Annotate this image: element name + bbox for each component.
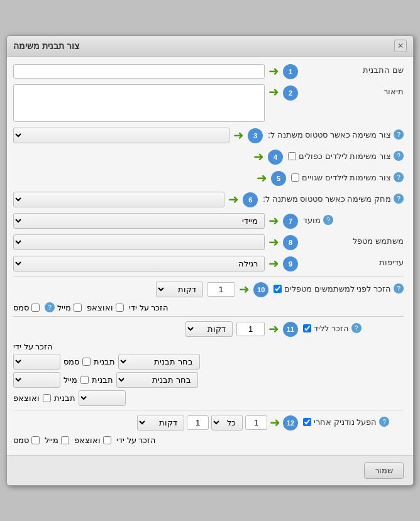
close-button[interactable]: ✕: [394, 40, 407, 52]
row-2: תיאור 2 ➜: [13, 84, 404, 122]
arrow-2: ➜: [268, 84, 279, 99]
row-num-1: 1: [283, 64, 298, 79]
child-mail-type-select[interactable]: [13, 372, 60, 388]
date-help[interactable]: ?: [323, 215, 333, 225]
row-1: שם התבנית 1 ➜: [13, 63, 404, 79]
row-3: ? צור משימה כאשר סטטוס משתנה ל: 3 ➜: [13, 127, 404, 143]
delete-status-select[interactable]: [13, 192, 224, 207]
main-window: ✕ צור תבנית משימה שם התבנית 1 ➜ תיאור 2 …: [6, 35, 414, 486]
remind-users-unit-select[interactable]: דקות: [156, 282, 203, 297]
status-change-help[interactable]: ?: [394, 129, 404, 140]
row-8: משתמש מטפל 8 ➜: [13, 234, 404, 250]
arrow-5: ➜: [257, 170, 267, 185]
nudge-count-input[interactable]: [245, 415, 267, 430]
child-whatsapp-check[interactable]: [43, 394, 51, 402]
last-nudge-check[interactable]: [303, 418, 311, 426]
child-sms-type-select[interactable]: [13, 354, 60, 370]
row-num-2: 2: [283, 85, 298, 101]
remind-users-minutes-input[interactable]: [207, 282, 235, 297]
assignee-select[interactable]: [13, 234, 265, 250]
arrow-7: ➜: [268, 213, 279, 228]
row-10: ? הזכר לפני למשתמשים מטפלים 10 ➜ דקות: [13, 281, 404, 297]
remind-whatsapp-check[interactable]: [116, 304, 124, 312]
remind-users-help[interactable]: ?: [394, 283, 404, 293]
arrow-9: ➜: [268, 256, 279, 271]
remind-mail-check[interactable]: [74, 304, 82, 312]
child-sms-check[interactable]: [82, 358, 91, 366]
name-label: שם התבנית: [303, 63, 404, 75]
remind-manual-label: הזכר על ידי: [129, 303, 169, 312]
remind-child-help[interactable]: ?: [351, 323, 362, 333]
row-12: ? הפעל נודניק אחרי 12 ➜ כל דקות 1: [13, 414, 404, 431]
child-mail-check[interactable]: [80, 376, 89, 384]
nudge-interval-input[interactable]: [187, 415, 209, 430]
title-bar: ✕ צור תבנית משימה: [7, 36, 413, 57]
arrow-12: ➜: [270, 415, 280, 430]
remind-users-check[interactable]: [274, 285, 282, 293]
delete-status-help[interactable]: ?: [394, 194, 404, 204]
child-tasks-diff-check[interactable]: [291, 173, 299, 182]
row-num-4: 4: [268, 150, 283, 165]
remind-users-label: ? הזכר לפני למשתמשים מטפלים: [274, 281, 404, 293]
child-sms-template-select[interactable]: בחר תבנית: [118, 354, 200, 370]
nudge-mail-label: מייל: [45, 436, 58, 445]
arrow-4: ➜: [253, 149, 264, 164]
nudge-sms-check[interactable]: [31, 436, 40, 444]
remind-sms-label: סמס: [13, 303, 29, 312]
row-num-5: 5: [271, 171, 286, 186]
row-num-9: 9: [283, 256, 298, 271]
child-whatsapp-type-select[interactable]: [79, 390, 126, 406]
remind-child-check[interactable]: [303, 324, 311, 332]
child-tasks-dup-label: ? צור משימות לילדים כפולים: [288, 148, 404, 161]
arrow-6: ➜: [228, 192, 239, 207]
row-num-12: 12: [283, 415, 298, 431]
child-remind-manual-label: הזכר על ידי: [13, 342, 53, 351]
priority-select[interactable]: רגילה: [13, 256, 265, 271]
arrow-11: ➜: [268, 321, 279, 336]
child-sms-template-label: תבנית: [94, 357, 115, 366]
row-num-11: 11: [283, 322, 298, 337]
arrow-10: ➜: [239, 282, 250, 297]
last-nudge-label: ? הפעל נודניק אחרי: [303, 414, 404, 427]
remind-child-label: ? הזכר לליד: [303, 321, 404, 333]
nudge-unit-select[interactable]: דקות: [137, 415, 184, 431]
child-whatsapp-template-label: תבנית: [54, 393, 75, 403]
nudge-all-select[interactable]: כל: [211, 415, 243, 431]
last-nudge-help[interactable]: ?: [379, 417, 389, 427]
child-mail-template-label: תבנית: [92, 375, 113, 385]
name-input[interactable]: [13, 64, 265, 79]
status-change-label: ? צור משימה כאשר סטטוס משתנה ל:: [268, 127, 404, 140]
child-dup-help[interactable]: ?: [394, 151, 404, 161]
remind-mail-help[interactable]: ?: [45, 302, 55, 312]
row-num-10: 10: [253, 282, 268, 297]
remind-child-minutes-input[interactable]: [236, 322, 265, 336]
arrow-1: ➜: [268, 63, 279, 79]
row-6: ? מחק משימה כאשר סטטוס משתנה ל: 6 ➜: [13, 191, 404, 207]
remind-child-unit-select[interactable]: דקות: [185, 321, 233, 337]
priority-label: עדיפות: [303, 255, 404, 267]
child-sub-section: בחר תבנית תבנית סמס בחר תבנית תבנית מייל: [13, 354, 391, 406]
row-5: ? צור משימות לילדים שגויים 5 ➜: [13, 170, 404, 186]
remind-mail-label: מייל: [57, 303, 71, 312]
form-content: שם התבנית 1 ➜ תיאור 2 ➜ ? צור משימה כאשר…: [7, 57, 413, 455]
child-tasks-dup-check[interactable]: [288, 152, 296, 160]
remind-sms-check[interactable]: [31, 304, 40, 312]
nudge-mail-check[interactable]: [61, 436, 69, 444]
date-select[interactable]: מיידי: [13, 213, 265, 229]
child-diff-help[interactable]: ?: [394, 172, 404, 182]
nudge-whatsapp-check[interactable]: [103, 436, 111, 444]
row-11: ? הזכר לליד 11 ➜ דקות: [13, 321, 404, 337]
row-9: עדיפות 9 ➜ רגילה: [13, 255, 404, 271]
arrow-3: ➜: [233, 128, 244, 143]
row-num-8: 8: [283, 235, 298, 250]
description-input[interactable]: [13, 84, 265, 122]
status-change-select[interactable]: [13, 128, 229, 143]
nudge-sms-label: סמס: [13, 436, 29, 445]
window-title: צור תבנית משימה: [13, 41, 79, 51]
row-num-6: 6: [243, 192, 258, 207]
assignee-label: משתמש מטפל: [303, 234, 404, 246]
child-sms-row: בחר תבנית תבנית סמס: [13, 354, 391, 370]
row-num-3: 3: [248, 128, 263, 143]
save-button[interactable]: שמור: [364, 462, 404, 479]
child-mail-template-select[interactable]: בחר תבנית: [116, 372, 198, 388]
